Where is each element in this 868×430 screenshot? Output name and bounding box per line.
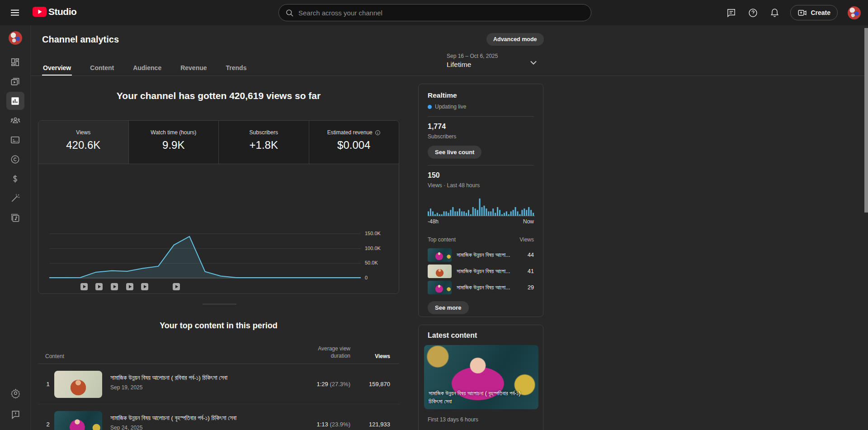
sidebar-item-earn[interactable] (6, 170, 24, 188)
help-icon (748, 8, 758, 18)
row-rank: 2 (43, 421, 52, 428)
notifications-button[interactable] (769, 7, 780, 19)
realtime-subscriber-label: Subscribers (428, 133, 534, 140)
row-rank: 1 (43, 381, 52, 387)
divider (428, 165, 534, 165)
copyright-icon (10, 154, 20, 165)
studio-logo[interactable]: Studio (33, 6, 76, 17)
advanced-mode-button[interactable]: Advanced mode (486, 33, 544, 46)
video-publish-marker[interactable] (126, 283, 133, 292)
realtime-top-content-item[interactable]: সামাজিক উন্নয়ন বিষয় আলো... 29 (428, 279, 534, 296)
left-sidebar (0, 25, 31, 430)
metric-tabs: Views 420.6K Watch time (hours) 9.9K Sub… (38, 121, 399, 164)
tabs-divider (31, 76, 864, 76)
table-row[interactable]: 1 সামাজিক উন্নয়ন বিষয় আলোচনা ( রবিবার … (38, 364, 399, 404)
y-tick-label: 100.0K (365, 246, 392, 251)
realtime-top-content-item[interactable]: সামাজিক উন্নয়ন বিষয় আলো... 41 (428, 263, 534, 279)
feedback-icon (10, 409, 21, 420)
bell-icon (769, 8, 780, 18)
video-publish-marker[interactable] (80, 283, 88, 292)
audio-library-icon (10, 213, 20, 223)
column-header-views[interactable]: Views (375, 353, 390, 359)
date-picker-chevron[interactable] (528, 57, 539, 68)
metric-value: +1.8K (219, 139, 309, 151)
sidebar-item-analytics[interactable] (6, 92, 24, 110)
tab-content[interactable]: Content (89, 59, 115, 76)
axis-left-label: -48h (428, 218, 439, 225)
metric-tab-subscribers[interactable]: Subscribers +1.8K (219, 121, 309, 164)
latest-video-title-overlay: সামাজিক উন্নয়ন বিষয় আলোচনা ( বৃহস্পতিব… (429, 389, 527, 406)
video-publish-marker[interactable] (95, 283, 103, 292)
sidebar-item-subtitles[interactable] (6, 131, 24, 149)
sidebar-item-dashboard[interactable] (6, 53, 24, 71)
sidebar-item-send-feedback[interactable] (6, 405, 24, 423)
customization-wand-icon (10, 193, 20, 203)
column-header-avg-view-duration[interactable]: Average view duration (318, 345, 350, 359)
video-publish-marker[interactable] (111, 283, 118, 292)
date-period-text: Lifetime (447, 61, 498, 69)
metric-tab-watch-time[interactable]: Watch time (hours) 9.9K (129, 121, 219, 164)
table-row[interactable]: 2 সামাজিক উন্নয়ন বিষয় আলোচনা ( বৃহস্পত… (38, 404, 399, 430)
comments-button[interactable] (725, 7, 737, 19)
topbar-actions: Create (725, 0, 861, 25)
views-cell: 159,870 (369, 381, 390, 387)
sidebar-item-settings[interactable] (6, 384, 24, 402)
hamburger-menu-button[interactable] (10, 8, 21, 18)
latest-video-thumbnail[interactable]: সামাজিক উন্নয়ন বিষয় আলোচনা ( বৃহস্পতিব… (424, 345, 538, 409)
sidebar-item-customization[interactable] (6, 189, 24, 207)
latest-content-card: Latest content সামাজিক উন্নয়ন বিষয় আলো… (418, 325, 543, 430)
y-tick-label: 0 (365, 275, 392, 280)
search-input[interactable] (298, 9, 585, 17)
sidebar-item-audio-library[interactable] (6, 208, 24, 227)
sidebar-item-copyright[interactable] (6, 150, 24, 168)
video-date: Sep 24, 2025 (110, 425, 305, 430)
create-button[interactable]: Create (790, 5, 838, 20)
settings-gear-icon (10, 388, 21, 398)
top-content-label: Top content (428, 236, 456, 243)
tab-revenue[interactable]: Revenue (179, 59, 208, 76)
scrollbar-thumb[interactable] (864, 28, 868, 213)
channel-avatar[interactable] (9, 31, 22, 45)
date-range-picker[interactable]: Sep 16 – Oct 6, 2025 Lifetime (447, 53, 498, 69)
analytics-tabs: Overview Content Audience Revenue Trends (42, 59, 247, 76)
realtime-axis-labels: -48h Now (428, 218, 534, 225)
help-button[interactable] (747, 7, 759, 19)
brand-word: Studio (48, 6, 76, 17)
video-publish-marker[interactable] (141, 283, 148, 292)
video-thumbnail[interactable] (54, 371, 102, 398)
live-dot-icon (428, 105, 432, 109)
tab-trends[interactable]: Trends (225, 59, 248, 76)
metric-tab-views[interactable]: Views 420.6K (38, 121, 129, 164)
realtime-see-more-button[interactable]: See more (428, 301, 469, 314)
x-axis-line (49, 293, 361, 294)
search-bar[interactable] (278, 4, 591, 21)
metric-tab-estimated-revenue[interactable]: Estimated revenue $0.004 (309, 121, 399, 164)
see-live-count-button[interactable]: See live count (428, 146, 481, 159)
column-header-content[interactable]: Content (45, 353, 64, 359)
video-title: সামাজিক উন্নয়ন বিষয় আলোচনা ( রবিবার পর… (110, 374, 305, 382)
views-chart: 150.0K 100.0K 50.0K 0 Sep 16,...Sep 19, … (38, 164, 399, 294)
tab-overview[interactable]: Overview (42, 59, 72, 76)
video-thumbnail (428, 248, 452, 262)
realtime-card: Realtime Updating live 1,774 Subscribers… (418, 84, 543, 317)
video-title: সামাজিক উন্নয়ন বিষয় আলো... (457, 268, 524, 275)
video-publish-marker[interactable] (173, 283, 180, 292)
divider (428, 116, 534, 117)
chevron-down-icon (528, 57, 539, 68)
sidebar-item-content[interactable] (6, 72, 24, 90)
realtime-views-count: 150 (428, 171, 534, 180)
axis-right-label: Now (523, 218, 534, 225)
sidebar-item-community[interactable] (6, 111, 24, 129)
account-avatar[interactable] (848, 6, 861, 19)
y-tick-label: 50.0K (365, 260, 392, 265)
realtime-subscriber-count: 1,774 (428, 123, 534, 131)
video-publish-markers (49, 283, 361, 290)
community-icon (10, 115, 21, 126)
page-scrollbar (864, 25, 868, 430)
search-icon (285, 9, 294, 17)
video-thumbnail[interactable] (54, 411, 102, 430)
realtime-top-content-item[interactable]: সামাজিক উন্নয়ন বিষয় আলো... 44 (428, 247, 534, 263)
youtube-studio-app: Studio Create (0, 0, 868, 430)
latest-video-caption: First 13 days 6 hours (428, 416, 538, 423)
tab-audience[interactable]: Audience (132, 59, 162, 76)
